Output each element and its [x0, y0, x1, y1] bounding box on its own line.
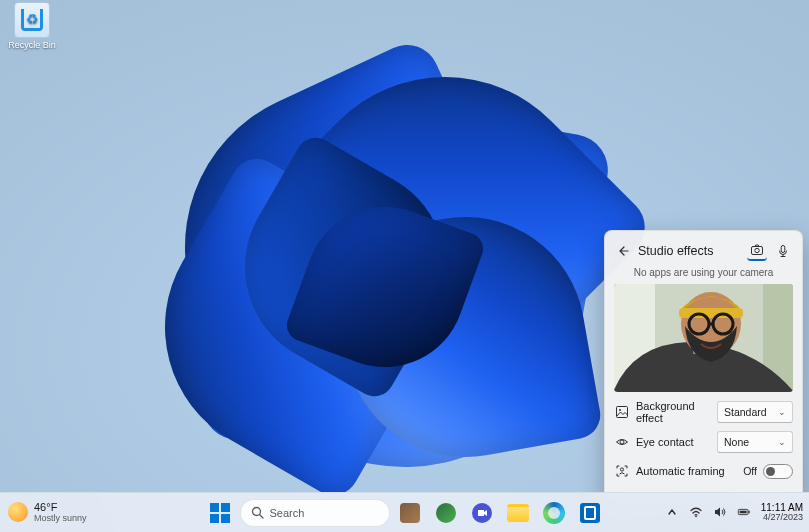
system-tray: 11:11 AM 4/27/2023 — [665, 502, 803, 523]
tray-overflow[interactable] — [665, 505, 679, 519]
recycle-bin-label: Recycle Bin — [2, 40, 62, 50]
folder-icon — [507, 504, 529, 522]
edge-browser[interactable] — [538, 497, 570, 529]
chevron-down-icon: ⌄ — [778, 407, 786, 417]
toggle-knob — [766, 467, 775, 476]
wifi-button[interactable] — [689, 505, 703, 519]
svg-rect-21 — [739, 511, 746, 514]
windows-logo-icon — [210, 503, 230, 523]
arrow-left-icon — [617, 245, 629, 257]
pinned-app-2[interactable] — [430, 497, 462, 529]
svg-rect-12 — [617, 407, 628, 418]
svg-point-15 — [620, 468, 623, 471]
auto-framing-label: Automatic framing — [636, 465, 737, 477]
svg-point-14 — [620, 440, 624, 444]
battery-button[interactable] — [737, 505, 751, 519]
taskbar: 46°F Mostly sunny Search — [0, 492, 809, 532]
camera-tab[interactable] — [747, 241, 767, 261]
chevron-up-icon — [667, 507, 677, 517]
weather-icon — [8, 502, 28, 522]
weather-condition: Mostly sunny — [34, 514, 87, 523]
pinned-app-3[interactable] — [466, 497, 498, 529]
microphone-icon — [776, 244, 790, 258]
taskbar-center: Search — [204, 497, 606, 529]
svg-point-18 — [695, 516, 697, 518]
svg-rect-2 — [781, 246, 785, 253]
camera-preview — [614, 284, 793, 392]
eye-contact-label: Eye contact — [636, 436, 711, 448]
svg-rect-0 — [752, 247, 763, 255]
camera-icon — [750, 243, 764, 257]
app-icon — [400, 503, 420, 523]
weather-temp: 46°F — [34, 502, 87, 514]
svg-line-17 — [259, 515, 263, 519]
background-effect-row: Background effect Standard ⌄ — [614, 400, 793, 424]
svg-point-13 — [619, 409, 621, 411]
auto-framing-state: Off — [743, 465, 757, 477]
microsoft-store[interactable] — [574, 497, 606, 529]
svg-point-1 — [755, 248, 759, 252]
camera-app-icon — [472, 503, 492, 523]
studio-effects-flyout: Studio effects No apps are using your ca… — [604, 230, 803, 510]
wifi-icon — [689, 505, 703, 519]
file-explorer[interactable] — [502, 497, 534, 529]
search-box[interactable]: Search — [240, 499, 390, 527]
auto-framing-toggle[interactable] — [763, 464, 793, 479]
start-button[interactable] — [204, 497, 236, 529]
eye-contact-dropdown[interactable]: None ⌄ — [717, 431, 793, 453]
auto-framing-icon — [614, 463, 630, 479]
wallpaper-bloom — [125, 47, 685, 507]
eye-contact-value: None — [724, 436, 749, 448]
recycle-bin[interactable]: Recycle Bin — [2, 2, 62, 50]
search-placeholder: Search — [270, 507, 305, 519]
chevron-down-icon: ⌄ — [778, 437, 786, 447]
back-button[interactable] — [614, 242, 632, 260]
flyout-title: Studio effects — [638, 244, 741, 258]
mic-tab[interactable] — [773, 241, 793, 261]
desktop: Recycle Bin Studio effects No apps are u… — [0, 0, 809, 532]
eye-contact-row: Eye contact None ⌄ — [614, 431, 793, 453]
camera-status: No apps are using your camera — [614, 267, 793, 278]
volume-button[interactable] — [713, 505, 727, 519]
weather-widget[interactable]: 46°F Mostly sunny — [0, 502, 120, 523]
svg-rect-20 — [748, 511, 749, 514]
clock-button[interactable]: 11:11 AM 4/27/2023 — [761, 502, 803, 523]
background-effect-value: Standard — [724, 406, 767, 418]
flyout-header: Studio effects — [614, 241, 793, 261]
svg-rect-8 — [679, 308, 743, 318]
auto-framing-row: Automatic framing Off — [614, 460, 793, 482]
clock-date: 4/27/2023 — [761, 513, 803, 523]
background-effect-label: Background effect — [636, 400, 711, 424]
edge-icon — [543, 502, 565, 524]
app-icon — [436, 503, 456, 523]
store-icon — [580, 503, 600, 523]
search-icon — [251, 506, 264, 519]
background-effect-dropdown[interactable]: Standard ⌄ — [717, 401, 793, 423]
pinned-app-1[interactable] — [394, 497, 426, 529]
recycle-bin-icon — [14, 2, 50, 38]
battery-icon — [737, 505, 751, 519]
eye-contact-icon — [614, 434, 630, 450]
background-effect-icon — [614, 404, 630, 420]
speaker-icon — [713, 505, 727, 519]
